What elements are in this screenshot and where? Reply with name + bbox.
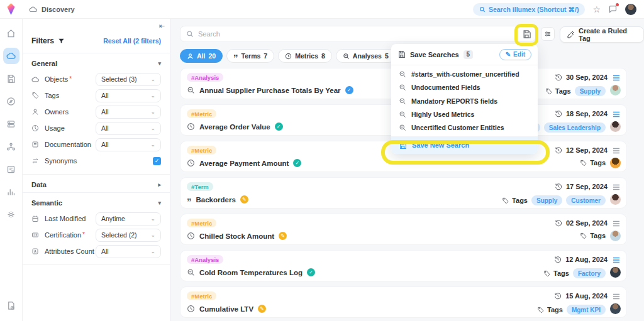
- tag-pill[interactable]: Customer: [566, 195, 606, 205]
- result-title[interactable]: Chilled Stock Amount: [199, 232, 274, 240]
- saved-search-item[interactable]: Uncertified Customer Entities: [391, 121, 538, 134]
- global-search-button[interactable]: Search illumex (Shortcut ⌘/): [473, 3, 586, 16]
- usage-select[interactable]: All⌄: [96, 122, 161, 135]
- save-search-icon[interactable]: [520, 28, 533, 40]
- result-title[interactable]: Backorders: [196, 196, 236, 204]
- section-data[interactable]: Data ▸: [31, 181, 161, 188]
- chevron-down-icon: ⌄: [150, 248, 155, 254]
- sidebar-item-home-icon[interactable]: [3, 25, 19, 41]
- result-search-bar: [180, 26, 536, 42]
- tag-pill[interactable]: Sales Leadership: [544, 122, 606, 133]
- saved-search-item[interactable]: #starts_with-customer_uncertified: [391, 67, 538, 80]
- search-icon: [479, 6, 486, 13]
- section-general[interactable]: General ▾: [31, 60, 161, 67]
- save-icon: [397, 50, 406, 58]
- result-title[interactable]: Cold Room Temperatures Log: [199, 269, 303, 276]
- create-ruled-tag-button[interactable]: Create a Ruled Tag: [560, 26, 644, 43]
- type-chip-analysis: #Analysis: [187, 73, 223, 82]
- result-card[interactable]: #Metric Cumulative LTV✎ 15 Aug, 2024 Tag…: [180, 286, 627, 318]
- sidebar-item-discovery-icon[interactable]: [3, 48, 19, 64]
- result-title[interactable]: Average Payment Amount: [199, 160, 289, 167]
- discovery-cloud-icon: [29, 5, 38, 14]
- sidebar-item-lineage-icon[interactable]: [3, 138, 19, 155]
- release-notes-icon[interactable]: [3, 297, 19, 313]
- row-menu-icon[interactable]: [613, 184, 620, 190]
- sidebar-item-settings-gear-icon[interactable]: [3, 206, 19, 222]
- quote-icon: ”: [187, 200, 192, 204]
- tags-select[interactable]: All⌄: [96, 89, 161, 102]
- owner-avatar[interactable]: [610, 85, 621, 95]
- sidebar-item-data-icon[interactable]: [3, 116, 19, 132]
- row-menu-icon[interactable]: [613, 257, 620, 263]
- modified-date: 30 Sep, 2024: [566, 73, 608, 81]
- owner-avatar[interactable]: [610, 303, 621, 314]
- magnifier-minus-icon: [399, 84, 406, 91]
- usage-icon: [31, 124, 40, 132]
- tags-label: Tags: [590, 159, 606, 166]
- saved-search-item[interactable]: Mandatory REPORTS fields: [391, 94, 538, 107]
- owner-avatar[interactable]: [610, 194, 621, 205]
- save-searches-title: Save Searches: [410, 51, 459, 58]
- divider: [23, 264, 170, 265]
- objects-select[interactable]: Selected (3)⌄: [96, 73, 161, 86]
- documentation-select[interactable]: All⌄: [96, 138, 161, 151]
- tab-all[interactable]: All20: [180, 49, 223, 63]
- owners-select[interactable]: All⌄: [96, 106, 161, 119]
- tag-pill[interactable]: Mgmt KPI: [567, 305, 606, 315]
- tab-analyses[interactable]: Analyses5: [336, 49, 396, 63]
- saved-search-item[interactable]: Undocumented Fields: [391, 80, 538, 94]
- notifications-chat-icon[interactable]: [608, 4, 618, 14]
- result-card[interactable]: #Term ”Backorders✎ 17 Sep, 2024 TagsSupp…: [180, 177, 627, 209]
- tag-pill[interactable]: Factory: [573, 268, 606, 278]
- row-menu-icon[interactable]: [613, 75, 620, 81]
- required-mark: *: [82, 231, 85, 238]
- sidebar-item-reports-icon[interactable]: [3, 161, 19, 177]
- row-menu-icon[interactable]: [613, 148, 620, 154]
- tag-icon: [580, 232, 587, 239]
- person-icon: [31, 108, 40, 116]
- result-card[interactable]: #Analysis Cold Room Temperatures Log✓ 12…: [180, 250, 627, 281]
- row-menu-icon[interactable]: [613, 111, 620, 117]
- saved-search-item[interactable]: Highly Used Metrics: [391, 107, 538, 121]
- attributes-count-select[interactable]: All⌄: [96, 245, 161, 258]
- favorites-star-icon[interactable]: ☆: [592, 4, 601, 14]
- owner-avatar[interactable]: [610, 158, 621, 168]
- objects-label: Objects*: [45, 75, 72, 83]
- section-general-label: General: [31, 60, 57, 67]
- page-title-label: Discovery: [42, 6, 75, 13]
- owner-avatar[interactable]: [610, 121, 621, 132]
- filter-sliders-icon[interactable]: [541, 27, 555, 41]
- user-avatar[interactable]: [625, 4, 636, 15]
- result-title[interactable]: Cumulative LTV: [199, 305, 253, 313]
- certification-select[interactable]: Selected (2)⌄: [96, 229, 161, 242]
- sidebar-item-compass-icon[interactable]: [3, 93, 19, 109]
- row-menu-icon[interactable]: [613, 293, 620, 300]
- status-badge-certified: ✓: [275, 122, 283, 131]
- result-title[interactable]: Annual Supplier Purchase Totals By Year: [199, 87, 341, 94]
- tag-pill[interactable]: Supply: [575, 86, 606, 96]
- all-objects-icon: [187, 53, 194, 60]
- tab-terms[interactable]: ” Terms7: [226, 49, 274, 63]
- section-semantic[interactable]: Semantic ▾: [31, 199, 161, 207]
- caret-right-icon: ▸: [158, 182, 161, 188]
- filter-row-usage: Usage All⌄: [31, 120, 161, 136]
- sidebar-item-saved-icon[interactable]: [3, 70, 19, 87]
- result-title[interactable]: Average Order Value: [199, 123, 270, 131]
- edit-button[interactable]: ✎Edit: [499, 49, 531, 60]
- history-clock-icon: [555, 219, 562, 227]
- sidebar-item-analytics-icon[interactable]: [3, 183, 19, 200]
- save-new-search-button[interactable]: Save New Search: [391, 136, 538, 154]
- magnifier-minus-icon: [399, 111, 406, 118]
- row-menu-icon[interactable]: [613, 220, 620, 227]
- tag-pill[interactable]: Supply: [531, 195, 562, 205]
- owner-avatar[interactable]: [610, 231, 621, 241]
- search-input[interactable]: [180, 26, 535, 41]
- tab-metrics[interactable]: Metrics8: [278, 49, 332, 63]
- chevron-down-icon: ⌄: [150, 109, 155, 115]
- last-modified-select[interactable]: Anytime⌄: [96, 212, 161, 226]
- result-card[interactable]: #Metric Chilled Stock Amount✎ 02 Sep, 20…: [180, 214, 627, 245]
- synonyms-checkbox[interactable]: ✓: [153, 157, 161, 165]
- collapse-panel-icon[interactable]: ⇤: [159, 22, 165, 30]
- reset-all-link[interactable]: Reset All (2 filters): [103, 37, 161, 45]
- owner-avatar[interactable]: [610, 267, 621, 278]
